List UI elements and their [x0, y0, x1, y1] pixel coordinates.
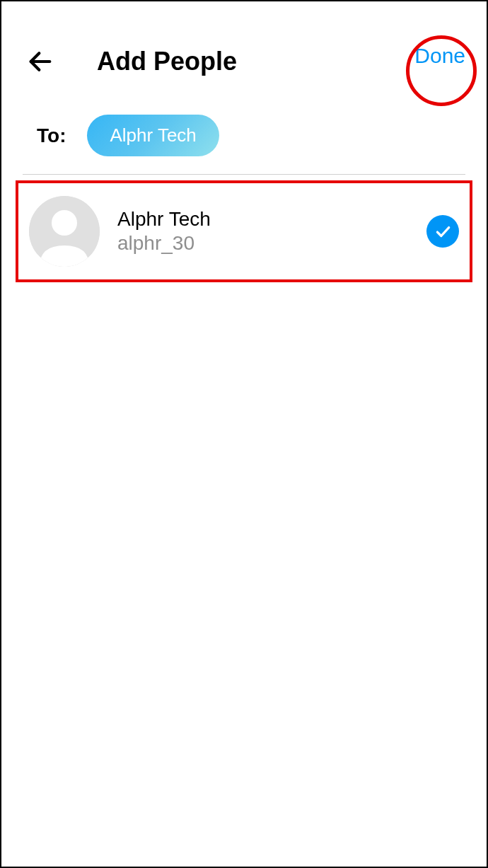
person-row[interactable]: Alphr Tech alphr_30: [16, 180, 472, 282]
recipient-chip[interactable]: Alphr Tech: [87, 115, 219, 156]
checkmark-icon: [434, 222, 452, 241]
done-button[interactable]: Done: [414, 44, 465, 68]
user-handle: alphr_30: [117, 232, 426, 255]
to-section: To: Alphr Tech: [1, 100, 487, 174]
avatar-placeholder-icon: [29, 196, 100, 267]
svg-point-2: [52, 210, 77, 236]
page-title: Add People: [97, 47, 237, 76]
to-label: To:: [37, 125, 66, 147]
header: Add People Done: [1, 1, 487, 100]
user-name: Alphr Tech: [117, 208, 426, 231]
user-info: Alphr Tech alphr_30: [117, 208, 426, 255]
divider: [23, 174, 465, 175]
selected-checkmark[interactable]: [426, 215, 459, 248]
back-arrow-icon: [26, 47, 54, 76]
avatar: [29, 196, 100, 267]
people-list: Alphr Tech alphr_30: [1, 180, 487, 282]
back-button[interactable]: [23, 44, 58, 79]
